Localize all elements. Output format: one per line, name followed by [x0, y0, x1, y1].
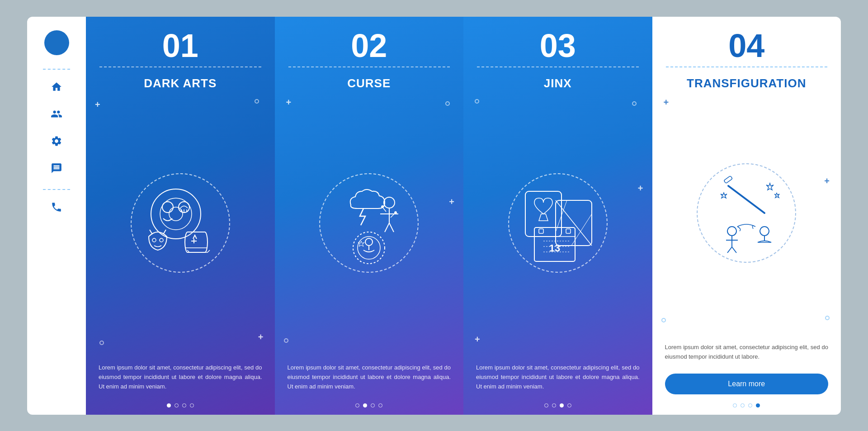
card-1-illustration: + + — [86, 90, 275, 356]
svg-point-0 — [151, 189, 201, 239]
phone-icon — [51, 201, 62, 213]
card-3-illustration: + + — [463, 90, 652, 356]
deco-circle-2 — [99, 339, 104, 347]
dot-1-4[interactable] — [190, 403, 194, 407]
card-jinx: 03 JINX + + — [463, 17, 652, 415]
svg-line-41 — [727, 247, 732, 253]
deco-plus-8: + — [824, 176, 830, 186]
card-2-number: 02 — [275, 17, 464, 62]
deco-circle-4 — [445, 99, 450, 108]
gear-icon — [51, 135, 62, 147]
sidebar — [27, 17, 86, 415]
deco-plus-4: + — [449, 197, 454, 207]
card-4-body: Lorem ipsum dolor sit amet, consectetur … — [652, 336, 841, 367]
users-icon — [51, 108, 62, 120]
dot-2-3[interactable] — [371, 403, 375, 407]
card-1-title: DARK ARTS — [86, 76, 275, 90]
card-3-title: JINX — [463, 76, 652, 90]
learn-more-button[interactable]: Learn more — [665, 374, 829, 394]
card-curse: 02 CURSE + + — [275, 17, 464, 415]
deco-plus-5: + — [638, 183, 643, 194]
card-1-body: Lorem ipsum dolor sit amet, consectetur … — [86, 356, 275, 397]
deco-circle-1 — [255, 97, 259, 105]
dot-3-2[interactable] — [552, 403, 556, 407]
card-2-divider — [288, 66, 450, 67]
sidebar-item-users[interactable] — [48, 106, 65, 122]
svg-point-6 — [160, 238, 163, 242]
deco-circle-3 — [284, 336, 288, 345]
deco-plus-3: + — [286, 97, 292, 108]
card-2-title: CURSE — [275, 76, 464, 90]
svg-point-10 — [384, 197, 395, 208]
card-1-text: Lorem ipsum dolor sit amet, consectetur … — [99, 363, 262, 391]
svg-point-16 — [382, 206, 384, 208]
dot-4-3[interactable] — [748, 403, 752, 407]
card-1-divider — [99, 66, 261, 67]
dot-3-3[interactable] — [560, 403, 564, 407]
card-3-body: Lorem ipsum dolor sit amet, consectetur … — [463, 356, 652, 397]
cards-container: 01 DARK ARTS + + — [86, 17, 841, 415]
svg-rect-30 — [539, 229, 543, 233]
deco-circle-6 — [632, 99, 637, 108]
svg-line-27 — [571, 214, 592, 246]
dot-2-4[interactable] — [378, 403, 382, 407]
svg-rect-37 — [724, 175, 732, 183]
card-1-svg — [135, 178, 226, 268]
svg-line-36 — [728, 186, 764, 213]
dot-2-1[interactable] — [355, 403, 359, 407]
home-icon — [51, 81, 62, 93]
dot-4-2[interactable] — [741, 403, 745, 407]
dot-1-3[interactable] — [182, 403, 186, 407]
card-2-body: Lorem ipsum dolor sit amet, consectetur … — [275, 356, 464, 397]
sidebar-item-settings[interactable] — [48, 133, 65, 149]
main-container: 01 DARK ARTS + + — [27, 17, 841, 415]
deco-plus-2: + — [258, 332, 264, 342]
sidebar-item-phone[interactable] — [48, 199, 65, 215]
svg-point-18 — [395, 212, 397, 214]
svg-point-2 — [169, 207, 183, 221]
svg-line-13 — [385, 223, 389, 232]
dot-2-2[interactable] — [363, 403, 367, 407]
dot-4-1[interactable] — [733, 403, 737, 407]
card-4-number: 04 — [652, 17, 841, 62]
dot-1-2[interactable] — [175, 403, 179, 407]
sidebar-logo — [44, 30, 69, 55]
deco-circle-7 — [661, 316, 666, 324]
card-4-dots — [652, 397, 841, 415]
card-4-svg — [701, 168, 792, 258]
dot-1-1[interactable] — [167, 403, 171, 407]
svg-point-3 — [162, 202, 173, 213]
card-3-dots — [463, 397, 652, 415]
svg-point-21 — [365, 238, 373, 246]
card-4-title: TRANSFIGURATION — [652, 76, 841, 90]
card-3-divider — [477, 66, 639, 67]
card-4-illustration: + + — [652, 90, 841, 336]
svg-point-38 — [727, 227, 736, 236]
svg-text:13: 13 — [549, 242, 560, 254]
svg-line-14 — [389, 223, 394, 232]
card-1-number: 01 — [86, 17, 275, 62]
card-3-svg: 13 — [513, 178, 603, 268]
sidebar-item-messages[interactable] — [48, 160, 65, 176]
dot-3-4[interactable] — [567, 403, 571, 407]
deco-plus-7: + — [664, 97, 669, 108]
deco-circle-8 — [825, 314, 830, 322]
card-3-number: 03 — [463, 17, 652, 62]
deco-plus-1: + — [95, 99, 100, 110]
dot-3-1[interactable] — [544, 403, 548, 407]
dot-4-4[interactable] — [756, 403, 760, 407]
card-2-text: Lorem ipsum dolor sit amet, consectetur … — [288, 363, 451, 391]
card-2-dots — [275, 397, 464, 415]
card-transfiguration: 04 TRANSFIGURATION + + — [652, 17, 841, 415]
card-2-illustration: + + — [275, 90, 464, 356]
deco-circle-5 — [475, 97, 479, 105]
sidebar-item-home[interactable] — [48, 79, 65, 95]
card-1-dots — [86, 397, 275, 415]
card-3-text: Lorem ipsum dolor sit amet, consectetur … — [476, 363, 640, 391]
svg-point-5 — [152, 238, 156, 242]
card-2-svg — [324, 178, 414, 268]
sidebar-divider-top — [43, 69, 70, 70]
svg-line-42 — [732, 247, 736, 253]
sidebar-divider-mid — [43, 189, 70, 190]
card-4-divider — [666, 66, 828, 67]
